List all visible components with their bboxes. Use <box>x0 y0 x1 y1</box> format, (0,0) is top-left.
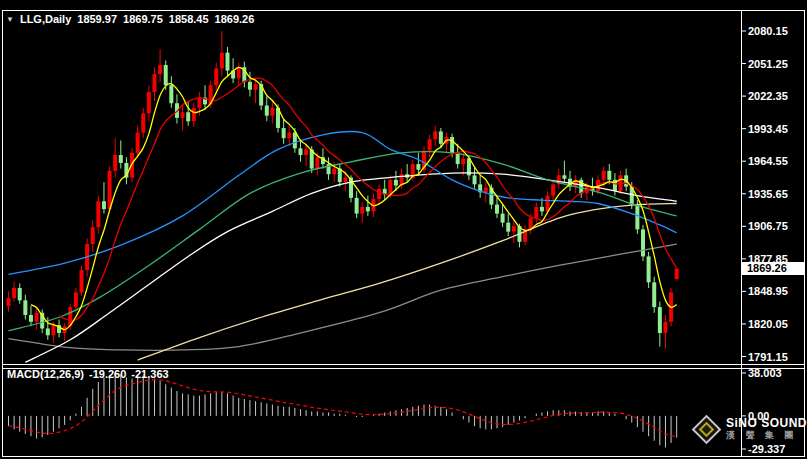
price-axis-label: 2080.15 <box>748 25 788 37</box>
current-price-badge: 1869.26 <box>742 262 804 275</box>
chart-title-bar: ▼ LLG,Daily 1859.97 1869.75 1858.45 1869… <box>6 13 254 25</box>
price-axis-label: 2051.25 <box>748 58 788 70</box>
macd-signal-value: -21.363 <box>131 368 168 380</box>
ohlc-low: 1858.45 <box>169 13 209 25</box>
price-axis-label: 1935.65 <box>748 188 788 200</box>
macd-main-value: -19.260 <box>89 368 126 380</box>
macd-axis-label: -29.337 <box>748 443 785 455</box>
logo-text-en: SiNO SOUND <box>726 417 807 430</box>
macd-indicator-label: MACD(12,26,9) -19.260 -21.363 <box>7 368 169 380</box>
price-axis-label: 1906.75 <box>748 220 788 232</box>
macd-name: MACD(12,26,9) <box>7 368 84 380</box>
chart-dropdown-icon[interactable]: ▼ <box>6 15 14 24</box>
ohlc-open: 1859.97 <box>77 13 117 25</box>
window-border <box>2 10 805 457</box>
broker-logo: SiNO SOUND 漢 聲 集 團 <box>690 417 807 441</box>
sino-sound-diamond-icon <box>692 414 722 444</box>
trading-chart-window: ▼ LLG,Daily 1859.97 1869.75 1858.45 1869… <box>0 0 807 459</box>
panel-separator-top <box>2 364 805 365</box>
price-axis-line <box>741 10 742 457</box>
price-axis-label: 1848.95 <box>748 285 788 297</box>
symbol-period-label: LLG,Daily <box>20 13 71 25</box>
macd-axis-label: 38.003 <box>748 367 782 379</box>
price-axis-label: 1791.15 <box>748 351 788 363</box>
price-axis-label: 1964.55 <box>748 155 788 167</box>
price-axis-label: 1993.45 <box>748 123 788 135</box>
price-axis-label: 1820.05 <box>748 318 788 330</box>
logo-text-cn: 漢 聲 集 團 <box>726 431 807 441</box>
ohlc-close: 1869.26 <box>215 13 255 25</box>
price-axis-label: 2022.35 <box>748 90 788 102</box>
ohlc-high: 1869.75 <box>123 13 163 25</box>
